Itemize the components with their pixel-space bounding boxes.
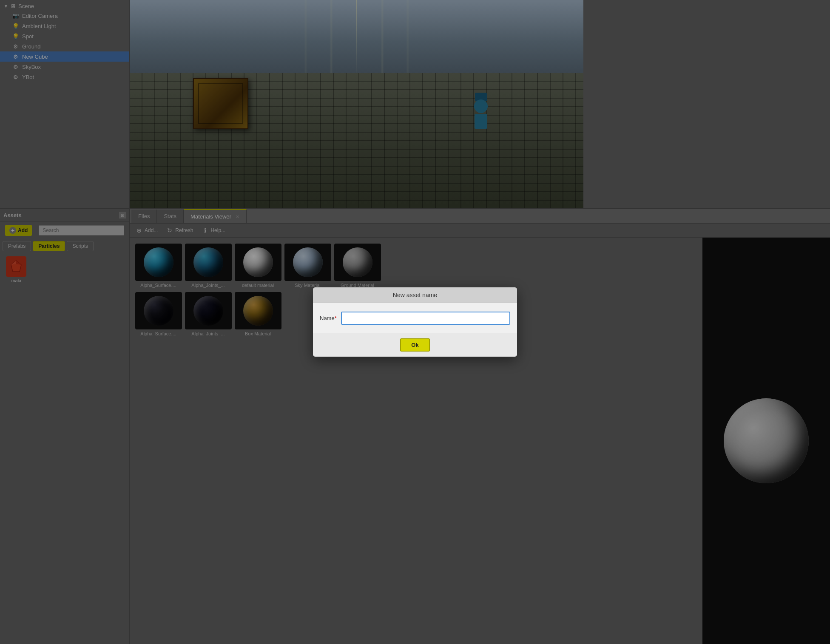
modal-title: New asset name xyxy=(393,292,437,298)
modal-required: * xyxy=(335,315,337,321)
modal-header: New asset name xyxy=(313,287,517,303)
modal-overlay[interactable]: New asset name Name* Ok xyxy=(0,0,830,644)
modal-field-name: Name* xyxy=(320,312,510,325)
modal-dialog: New asset name Name* Ok xyxy=(313,287,517,357)
modal-name-input[interactable] xyxy=(341,312,510,325)
ok-button[interactable]: Ok xyxy=(400,338,429,352)
modal-name-label: Name* xyxy=(320,315,337,321)
modal-body: Name* xyxy=(313,303,517,333)
modal-footer: Ok xyxy=(313,333,517,357)
